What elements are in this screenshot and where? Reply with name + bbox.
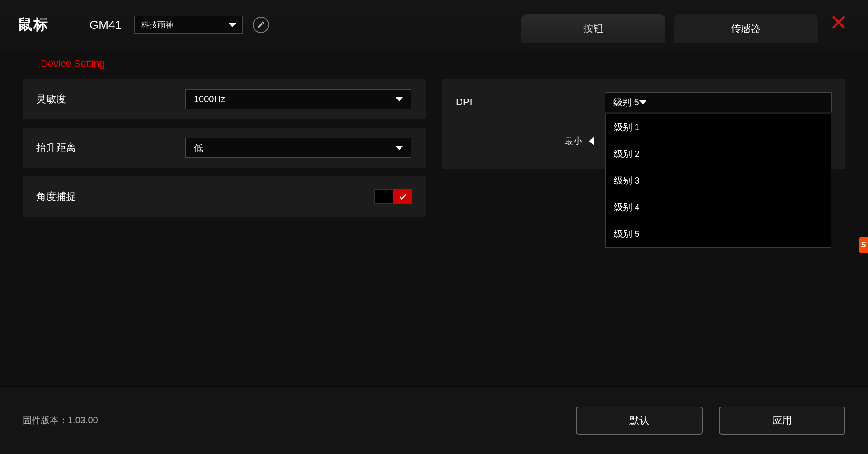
dpi-label: DPI [456, 96, 605, 108]
close-icon [830, 14, 847, 31]
polling-rate-value: 1000Hz [194, 94, 225, 104]
lift-off-distance-label: 抬升距离 [36, 141, 185, 155]
dpi-option-5[interactable]: 级别 5 [606, 221, 831, 247]
device-model: GM41 [90, 18, 122, 32]
dpi-dropdown: 级别 1 级别 2 级别 3 级别 4 级别 5 [605, 114, 831, 248]
pencil-icon [257, 21, 265, 29]
close-button[interactable] [830, 14, 847, 33]
dpi-option-2[interactable]: 级别 2 [606, 141, 831, 167]
caret-down-icon [396, 146, 403, 150]
section-title: Device Setting [41, 58, 845, 70]
footer-bar: 固件版本：1.03.00 默认 应用 [0, 386, 868, 454]
lift-off-distance-panel: 抬升距离 低 [23, 128, 426, 168]
profile-selected-label: 科技雨神 [141, 19, 174, 30]
default-button[interactable]: 默认 [576, 407, 703, 435]
main-content: Device Setting 灵敏度 1000Hz 抬升距离 低 角度捕捉 [0, 50, 868, 386]
angle-snap-panel: 角度捕捉 [23, 176, 426, 217]
edit-profile-button[interactable] [253, 17, 269, 33]
caret-down-icon [229, 23, 236, 27]
polling-rate-select[interactable]: 1000Hz [185, 89, 411, 109]
dpi-option-3[interactable]: 级别 3 [606, 167, 831, 194]
lift-off-distance-select[interactable]: 低 [185, 138, 411, 158]
caret-down-icon [639, 100, 646, 104]
polling-rate-label: 灵敏度 [36, 92, 185, 106]
tab-button[interactable]: 按钮 [521, 14, 665, 43]
toggle-off-segment[interactable] [374, 189, 393, 204]
dpi-option-4[interactable]: 级别 4 [606, 194, 831, 221]
header-bar: 鼠标 GM41 科技雨神 按钮 传感器 [0, 0, 868, 50]
firmware-version: 固件版本：1.03.00 [23, 414, 98, 426]
dpi-min-label: 最小 [564, 135, 582, 147]
dpi-level-select[interactable]: 级别 5 级别 1 级别 2 级别 3 级别 4 级别 5 [605, 92, 832, 112]
angle-snap-label: 角度捕捉 [36, 190, 185, 203]
tab-sensor[interactable]: 传感器 [674, 14, 818, 43]
apply-button[interactable]: 应用 [719, 407, 845, 435]
dpi-level-selected: 级别 5 [613, 96, 639, 109]
dpi-panel: DPI 级别 5 级别 1 级别 2 级别 3 级别 4 级别 5 [442, 79, 845, 169]
dpi-option-1[interactable]: 级别 1 [606, 114, 831, 141]
toggle-on-segment[interactable] [393, 189, 412, 204]
device-type-title: 鼠标 [18, 15, 49, 35]
caret-down-icon [396, 97, 403, 101]
polling-rate-panel: 灵敏度 1000Hz [23, 79, 426, 119]
angle-snap-toggle[interactable] [374, 189, 412, 204]
dpi-decrease-arrow[interactable] [589, 137, 594, 145]
check-icon [398, 192, 407, 201]
main-tabs: 按钮 传感器 [521, 14, 818, 43]
profile-select[interactable]: 科技雨神 [134, 16, 243, 34]
lift-off-distance-value: 低 [194, 142, 203, 154]
side-widget-tab[interactable]: S [859, 237, 868, 253]
